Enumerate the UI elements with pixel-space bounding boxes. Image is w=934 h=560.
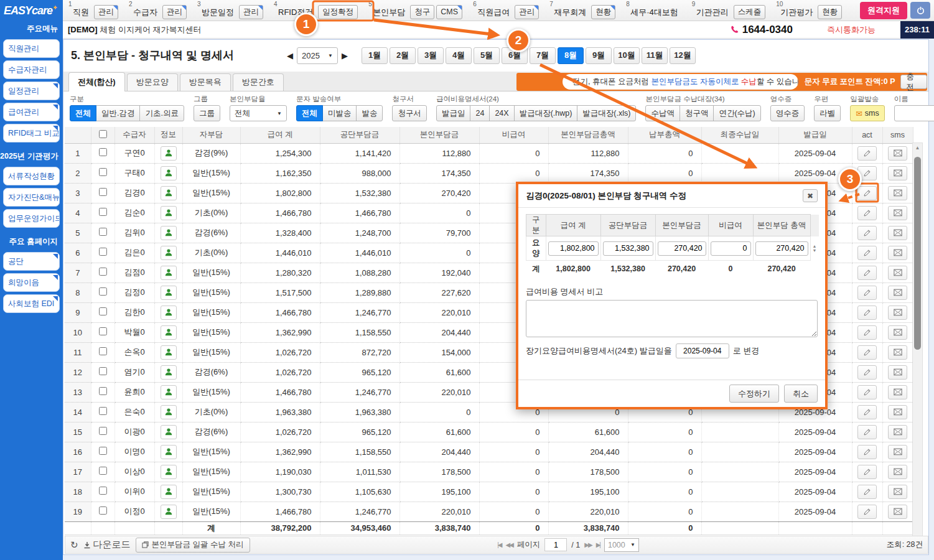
remote-support-button[interactable]: 원격지원: [860, 2, 907, 19]
sidebar-item[interactable]: 일정관리: [3, 82, 60, 100]
send-sms-button[interactable]: [888, 505, 907, 519]
issue-date-input[interactable]: [676, 343, 729, 358]
filter-button[interactable]: 영수증: [770, 105, 805, 121]
recipient-info-button[interactable]: [161, 425, 177, 439]
spinner-down-icon[interactable]: ▼: [813, 248, 817, 253]
bulk-receive-button[interactable]: 본인부담금 일괄 수납 처리: [136, 538, 250, 553]
recipient-info-button[interactable]: [161, 365, 177, 380]
next-page-icon[interactable]: ▶▶: [584, 541, 591, 548]
month-button[interactable]: 12월: [670, 47, 696, 64]
sidebar-item[interactable]: 서류작성현황: [3, 167, 60, 185]
send-sms-button[interactable]: [888, 445, 907, 459]
sidebar-item[interactable]: 수급자관리: [3, 60, 60, 79]
edit-claim-button[interactable]: [857, 286, 877, 300]
row-checkbox[interactable]: [99, 148, 107, 156]
edit-claim-button[interactable]: [857, 146, 877, 161]
recipient-info-button[interactable]: [161, 146, 177, 161]
year-select[interactable]: 2025▼: [297, 47, 338, 64]
download-button[interactable]: 다운로드: [83, 539, 131, 551]
month-button[interactable]: 8월: [558, 47, 584, 64]
recipient-info-button[interactable]: [161, 445, 177, 459]
nav-sub-button[interactable]: 현황: [818, 5, 842, 19]
modal-spinner[interactable]: ▲▼: [810, 236, 818, 261]
nav-item-3[interactable]: 3방문일정관리: [195, 0, 272, 21]
recipient-info-button[interactable]: [161, 385, 177, 399]
edit-claim-button[interactable]: [857, 505, 877, 519]
month-button[interactable]: 10월: [614, 47, 640, 64]
edit-claim-button[interactable]: [857, 246, 877, 260]
nav-sub-button[interactable]: 관리: [94, 5, 118, 19]
recipient-info-button[interactable]: [161, 405, 177, 419]
month-button[interactable]: 2월: [390, 47, 416, 64]
row-checkbox[interactable]: [99, 407, 107, 415]
nav-sub-button[interactable]: 관리: [239, 5, 263, 19]
recipient-info-button[interactable]: [161, 246, 177, 260]
filter-button[interactable]: 24X: [489, 105, 514, 121]
row-checkbox[interactable]: [99, 208, 107, 216]
filter-button[interactable]: 청구액: [679, 105, 714, 121]
send-sms-button[interactable]: [888, 186, 907, 200]
name-search-input[interactable]: [894, 105, 934, 121]
scroll-up-icon[interactable]: ▲: [913, 143, 922, 152]
filter-button[interactable]: 그룹: [194, 105, 220, 121]
recipient-info-button[interactable]: [161, 206, 177, 220]
send-sms-button[interactable]: [888, 405, 907, 419]
edit-claim-button[interactable]: [857, 425, 877, 439]
send-sms-button[interactable]: [888, 226, 907, 240]
page-input[interactable]: [544, 538, 567, 551]
recipient-info-button[interactable]: [161, 505, 177, 519]
edit-claim-button[interactable]: [857, 186, 877, 200]
table-scrollbar[interactable]: ▲ ▼: [912, 142, 923, 551]
modal-amount-input[interactable]: [658, 241, 706, 256]
sidebar-item[interactable]: 사회보험 EDI: [3, 294, 60, 313]
edit-claim-button[interactable]: [857, 405, 877, 419]
month-button[interactable]: 5월: [474, 47, 500, 64]
recipient-info-button[interactable]: [161, 266, 177, 280]
edit-claim-button[interactable]: [857, 485, 877, 499]
send-sms-button[interactable]: [888, 166, 907, 180]
send-sms-button[interactable]: [888, 306, 907, 320]
tab-방문간호[interactable]: 방문간호: [233, 73, 284, 91]
month-button[interactable]: 1월: [362, 47, 388, 64]
recipient-info-button[interactable]: [161, 306, 177, 320]
sidebar-item[interactable]: 직원관리: [3, 39, 60, 58]
filter-button[interactable]: 전체: [296, 105, 323, 121]
refresh-icon[interactable]: ↻: [70, 539, 78, 551]
filter-button[interactable]: 미발송: [322, 105, 357, 121]
nav-item-1[interactable]: 1직원관리: [67, 0, 127, 21]
nav-item-8[interactable]: 8세무·4대보험: [624, 0, 690, 21]
last-page-icon[interactable]: ▶|: [596, 541, 600, 548]
recipient-info-button[interactable]: [161, 186, 177, 200]
nav-item-9[interactable]: 9기관관리스케줄: [690, 0, 775, 21]
month-button[interactable]: 3월: [418, 47, 444, 64]
select-all-checkbox[interactable]: [99, 130, 107, 138]
row-checkbox[interactable]: [99, 248, 107, 256]
edit-claim-button[interactable]: [857, 465, 877, 479]
send-sms-button[interactable]: [888, 385, 907, 399]
send-sms-button[interactable]: [888, 206, 907, 220]
filter-button[interactable]: 청구서: [392, 105, 427, 121]
row-checkbox[interactable]: [99, 168, 107, 176]
filter-button[interactable]: ✉sms: [850, 105, 884, 121]
send-sms-button[interactable]: [888, 246, 907, 260]
modal-amount-input[interactable]: [755, 241, 808, 256]
send-sms-button[interactable]: [888, 365, 907, 380]
month-button[interactable]: 11월: [642, 47, 668, 64]
send-sms-button[interactable]: [888, 425, 907, 439]
recipient-info-button[interactable]: [161, 345, 177, 360]
recipient-info-button[interactable]: [161, 166, 177, 180]
nav-sub-button[interactable]: 청구: [410, 5, 434, 19]
edit-claim-button[interactable]: [857, 306, 877, 320]
edit-claim-button[interactable]: [857, 365, 877, 380]
nav-sub-button[interactable]: 일정확정: [318, 5, 358, 19]
month-button[interactable]: 7월: [530, 47, 556, 64]
filter-button[interactable]: 일반.감경: [96, 105, 140, 121]
row-checkbox[interactable]: [99, 287, 107, 296]
scrollbar-thumb[interactable]: [914, 157, 921, 350]
send-sms-button[interactable]: [888, 146, 907, 161]
row-checkbox[interactable]: [99, 447, 107, 455]
close-icon[interactable]: ✖: [803, 189, 818, 202]
edit-claim-button[interactable]: [857, 445, 877, 459]
prev-page-icon[interactable]: ◀◀: [505, 541, 512, 548]
edit-claim-button[interactable]: [857, 206, 877, 220]
